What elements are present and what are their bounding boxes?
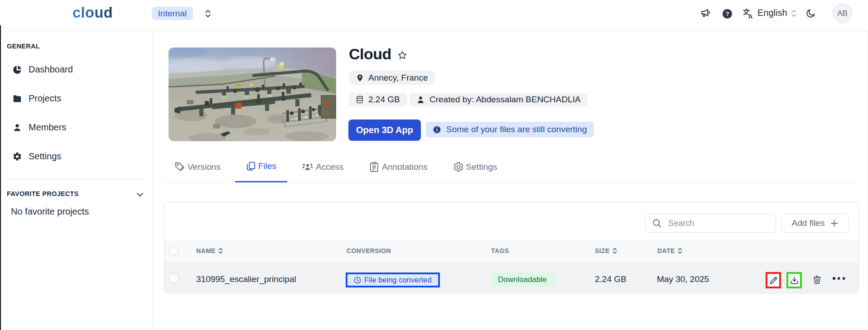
svg-text:A: A [748,13,752,20]
svg-text:?: ? [725,10,729,17]
